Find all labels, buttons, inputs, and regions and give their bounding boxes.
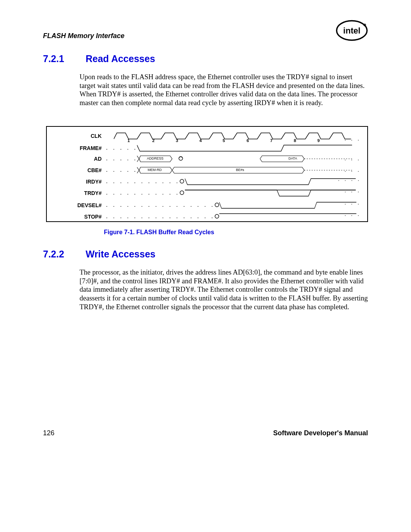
signal-row-irdy: IRDY# . . . . . . . . . . . . . . . [52,176,362,188]
signal-row-stop: STOP# . . . . . . . . . . . . . . . . . … [52,211,362,223]
svg-text:intel: intel [343,26,360,35]
turnaround-icon [214,214,220,219]
section-title: Read Accesses [86,53,155,64]
svg-text:R: R [364,24,365,26]
signal-label: IRDY# [52,179,105,185]
intel-logo-icon: intel R [336,19,368,42]
cbe-waveform: MEM-RD BE#s . . . [137,166,362,175]
svg-point-5 [179,157,183,160]
cbe-cmd-label: MEM-RD [148,168,162,172]
continuation-dots: . . . [344,212,360,217]
signal-label: DEVSEL# [52,202,105,208]
signal-row-ad: AD . . . . . ADDRESS DATA . . . [52,153,362,165]
continuation-dots: . . . [344,157,360,161]
header-title: FLASH Memory Interface [43,32,124,40]
frame-waveform [137,144,362,153]
clk-waveform: 1 2 3 4 5 6 7 8 9 . . . [114,131,362,141]
lead-dashes: . . . . . . . . . . . [105,190,179,196]
irdy-waveform: . . . . [179,177,362,186]
ad-data-label: DATA [288,157,297,160]
signal-row-devsel: DEVSEL# . . . . . . . . . . . . . . . . … [52,199,362,211]
signal-label: CLK [52,133,105,139]
signal-label: FRAME# [52,145,105,151]
section-heading-write: 7.2.2 Write Accesses [43,249,368,260]
section-body-read: Upon reads to the FLASH address space, t… [80,73,368,107]
page-header: FLASH Memory Interface intel R [43,30,368,42]
signal-label: TRDY# [52,190,105,196]
section-number: 7.2.2 [43,249,70,260]
turnaround-icon [179,179,185,184]
signal-label: STOP# [52,214,105,220]
content-area: 7.2.1 Read Accesses Upon reads to the FL… [43,53,368,330]
continuation-dots: . . . . [338,177,360,182]
ad-address-label: ADDRESS [147,157,164,160]
signal-row-clk: CLK 1 2 3 4 5 6 7 8 9 . . . [52,130,362,142]
section-heading-read: 7.2.1 Read Accesses [43,53,368,64]
continuation-dots: . . . [344,137,360,142]
lead-dashes: . . . . . [105,168,137,173]
devsel-waveform: . . . [214,201,362,210]
signal-row-trdy: TRDY# . . . . . . . . . . . . . . [52,187,362,199]
turnaround-icon [178,156,183,161]
signal-row-cbe: CBE# . . . . . MEM-RD BE#s . . . [52,164,362,176]
turnaround-icon [179,190,185,195]
timing-diagram: CLK 1 2 3 4 5 6 7 8 9 . . . FRAME# [46,126,368,222]
section-number: 7.2.1 [43,53,70,64]
ad-waveform: ADDRESS DATA . . . [137,154,362,163]
signal-label: CBE# [52,167,105,173]
section-title: Write Accesses [86,249,155,260]
svg-point-7 [180,179,184,183]
svg-point-8 [180,191,184,195]
turnaround-icon [214,202,220,208]
footer-title: Software Developer's Manual [273,429,368,437]
lead-dashes: . . . . . . . . . . . . . . . . [105,203,214,208]
page-number: 126 [43,429,54,437]
lead-dashes: . . . . . [105,156,137,161]
continuation-dots: . . . [344,189,360,193]
svg-point-10 [215,214,219,218]
trdy-waveform: . . . [179,189,362,198]
lead-dashes: . . . . . . . . . . . . . . . . [105,214,214,219]
page-footer: 126 Software Developer's Manual [43,429,368,437]
figure-caption: Figure 7-1. FLASH Buffer Read Cycles [104,229,368,236]
signal-label: AD [52,156,105,162]
continuation-dots: . . . [344,201,360,206]
continuation-dots: . . . [344,168,360,173]
svg-point-9 [215,203,219,207]
lead-dashes: . . . . . . . . . . . [105,179,179,184]
section-body-write: The processor, as the initiator, drives … [80,268,368,311]
stop-waveform: . . . [214,212,362,221]
cbe-be-label: BE#s [236,168,244,172]
lead-dashes: . . . . . [105,145,137,151]
